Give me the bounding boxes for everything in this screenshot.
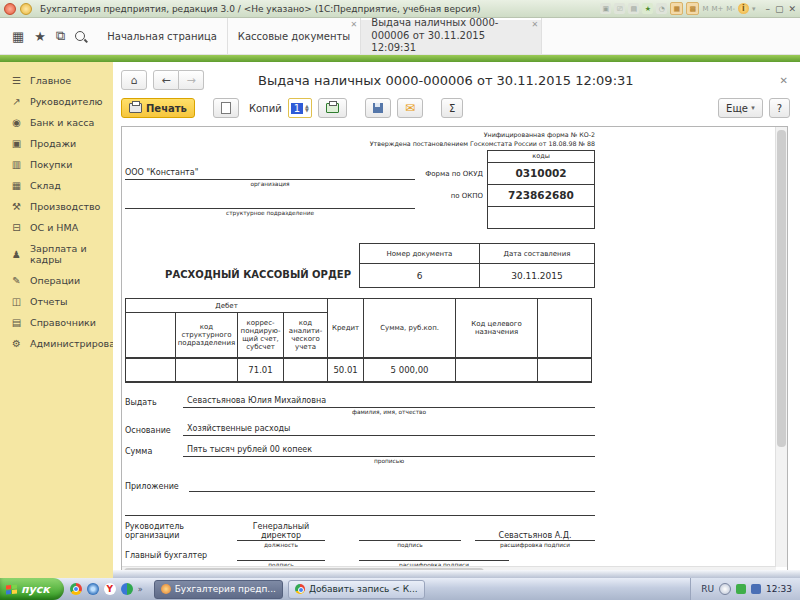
quick-launch-icon[interactable]	[121, 583, 133, 595]
sum-hint: прописью	[183, 457, 595, 464]
vertical-scrollbar[interactable]	[775, 127, 787, 567]
sum-header: Сумма, руб.коп.	[364, 299, 456, 359]
close-button[interactable]: ✕	[788, 4, 796, 14]
sidebar-item-manager[interactable]: ↗ Руководителю	[0, 91, 113, 112]
date-label: Дата составления	[480, 244, 595, 264]
sidebar-item-operations[interactable]: ✎ Операции	[0, 270, 113, 291]
accountant-signature	[237, 551, 325, 561]
window-titlebar: Бухгалтерия предприятия, редакция 3.0 / …	[0, 0, 800, 18]
cell-analytic-code	[284, 358, 328, 382]
maximize-button[interactable]: ▢	[775, 4, 784, 14]
sidebar-item-fixed-assets[interactable]: ⊟ ОС и НМА	[0, 217, 113, 238]
home-button[interactable]: ⌂	[121, 70, 147, 90]
copies-stepper[interactable]: 1 ▲▼	[288, 98, 312, 118]
save-icon[interactable]: ▣	[600, 3, 611, 14]
print-icon[interactable]: ⎚	[614, 3, 625, 14]
accountant-name	[359, 551, 509, 561]
tray-clock-icon[interactable]	[719, 583, 731, 595]
basis-label: Основание	[125, 426, 183, 436]
browser-globe-icon[interactable]	[87, 583, 99, 595]
sidebar-item-purchases[interactable]: ▥ Покупки	[0, 154, 113, 175]
cell-struct-code	[176, 358, 238, 382]
organization-hint: организация	[125, 180, 415, 187]
sidebar-item-warehouse[interactable]: ▦ Склад	[0, 175, 113, 196]
titlebar-caret-icon[interactable]: ▾	[752, 5, 756, 13]
language-indicator[interactable]: RU	[701, 584, 714, 594]
head-label: Руководитель организации	[125, 522, 237, 541]
chrome-icon[interactable]	[70, 583, 82, 595]
favorites-star-icon[interactable]: ★	[34, 29, 46, 44]
more-button[interactable]: Еще ▾	[718, 98, 763, 118]
memory-m-button[interactable]: M	[702, 5, 708, 13]
tab-cash-issue[interactable]: Выдача наличных 0000-000006 от 30.11.201…	[361, 18, 542, 54]
document-title: Выдача наличных 0000-000006 от 30.11.201…	[258, 73, 634, 88]
sidebar-item-administration[interactable]: ⚙ Администрирование	[0, 333, 113, 354]
okpo-label: по ОКПО	[425, 185, 487, 207]
sidebar-item-main[interactable]: ☰ Главное	[0, 70, 113, 91]
print-button[interactable]: Печать	[121, 98, 195, 118]
factory-icon: ⚒	[10, 201, 23, 212]
table-row: 71.01 50.01 5 000,00	[126, 358, 592, 382]
spinner-arrows-icon[interactable]: ▲▼	[304, 104, 310, 112]
info-icon[interactable]: i	[738, 3, 749, 14]
minimize-button[interactable]: –	[765, 4, 770, 14]
sum-button[interactable]: Σ	[441, 98, 463, 118]
preview-icon[interactable]: ▤	[628, 3, 639, 14]
recent-icon[interactable]: ⧉	[56, 28, 65, 44]
sidebar-item-directories[interactable]: ▤ Справочники	[0, 312, 113, 333]
sidebar-item-sales[interactable]: ▣ Продажи	[0, 133, 113, 154]
envelope-icon: ✉	[405, 101, 415, 115]
forward-button[interactable]: →	[179, 70, 204, 90]
panel-toggle-icon[interactable]	[20, 3, 32, 15]
tray-antivirus-icon[interactable]	[736, 584, 746, 594]
history-icon[interactable]: ◔	[656, 3, 667, 14]
windows-logo-icon	[6, 584, 17, 594]
print-preview-button[interactable]	[213, 98, 239, 118]
clock: 12:33	[766, 584, 792, 594]
sidebar-item-salary-hr[interactable]: ♟ Зарплата и кадры	[0, 238, 113, 270]
yandex-icon[interactable]: Y	[104, 583, 116, 595]
quick-launch: Y »	[64, 583, 149, 595]
quick-tools: ▦ ★ ⧉	[0, 18, 97, 54]
vertical-scrollbar-thumb[interactable]	[777, 130, 786, 447]
tab-close-icon[interactable]: ✕	[532, 20, 539, 29]
sum-label: Сумма	[125, 447, 183, 457]
taskbar-item-1c[interactable]: Бухгалтерия предп...	[154, 580, 283, 599]
send-email-button[interactable]: ✉	[397, 98, 423, 118]
save-document-button[interactable]	[365, 98, 391, 118]
sidebar-item-production[interactable]: ⚒ Производство	[0, 196, 113, 217]
tab-close-icon[interactable]: ✕	[351, 20, 358, 29]
codes-empty-cell	[487, 207, 595, 229]
sidebar-item-bank-cash[interactable]: ◉ Банк и касса	[0, 112, 113, 133]
codes-block: коды Форма по ОКУД 0310002 по ОКПО 72386…	[425, 150, 595, 229]
printer-settings-button[interactable]	[318, 98, 347, 118]
attachment-value	[189, 480, 595, 492]
warehouse-icon: ▦	[10, 180, 23, 191]
extra-header	[538, 299, 592, 359]
app-icon[interactable]	[4, 3, 16, 15]
tab-home[interactable]: Начальная страница	[97, 18, 228, 54]
document-close-icon[interactable]: ✕	[780, 75, 790, 86]
sidebar-item-reports[interactable]: ◫ Отчеты	[0, 291, 113, 312]
memory-mplus-button[interactable]: M+	[711, 5, 723, 13]
codes-title: коды	[487, 150, 595, 163]
tray-network-icon[interactable]	[751, 584, 761, 594]
workspace: ☰ Главное ↗ Руководителю ◉ Банк и касса …	[0, 62, 800, 578]
search-icon[interactable]	[75, 31, 85, 41]
subdivision-hint: структурное подразделение	[125, 209, 415, 216]
calculator-icon[interactable]: ▩	[686, 2, 699, 15]
help-button[interactable]: ?	[769, 98, 790, 118]
favorites-icon[interactable]: ★	[642, 3, 653, 14]
debit-blank-subheader	[126, 313, 176, 359]
bag-icon: ▣	[10, 138, 23, 149]
memory-mminus-button[interactable]: M-	[726, 5, 735, 13]
back-button[interactable]: ←	[153, 70, 179, 90]
calendar-icon[interactable]: ▦	[670, 2, 683, 15]
taskbar-item-browser[interactable]: Добавить запись < К...	[288, 580, 425, 599]
window-status-strip	[113, 570, 800, 578]
quick-launch-overflow-icon[interactable]: »	[138, 585, 143, 594]
tab-cash-documents[interactable]: Кассовые документы ✕	[228, 18, 361, 54]
start-button[interactable]: пуск	[0, 578, 64, 600]
menu-grid-icon[interactable]: ▦	[12, 29, 24, 44]
menu-icon: ☰	[10, 75, 23, 86]
